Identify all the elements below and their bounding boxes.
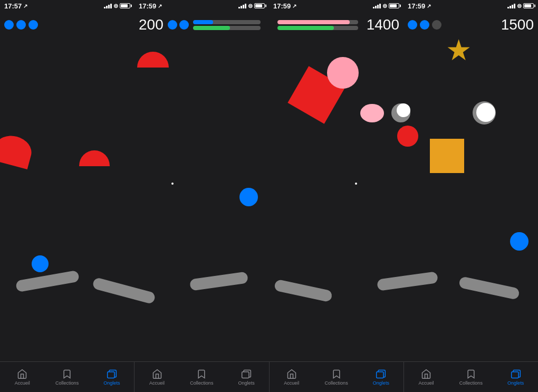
tab-label-accueil-2: Accueil <box>149 380 165 386</box>
tab-label-onglets-4: Onglets <box>507 380 524 386</box>
life-dot-4-1 <box>408 20 417 30</box>
tab-accueil-3[interactable]: Accueil <box>270 362 314 392</box>
progress-fill-3-1 <box>277 20 350 24</box>
house-icon-4 <box>421 369 431 379</box>
bookmark-icon-4 <box>466 369 476 379</box>
lives-4 <box>408 20 441 30</box>
life-dot-4-2 <box>420 20 429 30</box>
tab-label-collections-3: Collections <box>325 380 348 386</box>
yellow-square <box>430 139 464 173</box>
lives-2 <box>168 20 189 30</box>
wifi-2: ⊜ <box>248 3 253 9</box>
onglets-icon-2 <box>241 369 252 379</box>
tab-collections-4[interactable]: Collections <box>449 362 494 392</box>
status-icons-4: ⊜ <box>507 3 534 9</box>
red-semicircle-3 <box>79 150 110 166</box>
progress-track-2-2 <box>193 26 261 30</box>
star-shape: ★ <box>446 36 472 65</box>
tab-label-collections-1: Collections <box>55 380 79 386</box>
tab-onglets-3[interactable]: Onglets <box>359 362 404 392</box>
tab-label-accueil-3: Accueil <box>284 380 299 386</box>
panel-header-1 <box>0 12 134 38</box>
signal-4 <box>507 3 515 8</box>
bookmark-icon-1 <box>62 369 72 379</box>
time-4: 17:59 <box>408 2 425 10</box>
signal-3 <box>373 3 381 8</box>
progress-fill-3-2 <box>277 26 334 30</box>
panel-header-3: 1400 <box>269 12 404 38</box>
tab-collections-3[interactable]: Collections <box>314 362 359 392</box>
pink-circle <box>327 57 359 89</box>
score-3: 1400 <box>367 16 399 33</box>
flipper-4 <box>274 279 333 302</box>
tab-onglets-4[interactable]: Onglets <box>493 362 538 392</box>
signal-2 <box>238 3 246 8</box>
status-icons-2: ⊜ <box>238 3 265 9</box>
blue-circle-mid <box>239 188 258 206</box>
gps-icon-3: ↗ <box>292 3 296 9</box>
red-semicircle-1 <box>137 52 169 68</box>
tab-label-collections-4: Collections <box>459 380 483 386</box>
life-dot-2-2 <box>179 20 189 30</box>
tab-section-1: Accueil Collections Onglets <box>0 362 134 392</box>
progress-track-3-2 <box>277 26 358 30</box>
onglets-icon-4 <box>511 369 521 379</box>
tab-accueil-1[interactable]: Accueil <box>0 362 45 392</box>
tab-bar: Accueil Collections Onglets Accueil <box>0 361 538 392</box>
panel-header-2: 200 <box>134 12 269 38</box>
wifi-3: ⊜ <box>382 3 387 9</box>
tab-label-accueil-4: Accueil <box>419 380 434 386</box>
lives-1 <box>4 20 38 30</box>
tab-label-onglets-3: Onglets <box>373 380 389 386</box>
flipper-6 <box>458 276 520 300</box>
status-icons-1: ⊜ <box>104 3 130 9</box>
flipper-3 <box>189 271 248 291</box>
white-circle-2 <box>476 103 495 122</box>
red-semicircle-2 <box>0 132 35 169</box>
progress-track-2-1 <box>193 20 261 24</box>
red-circle <box>397 126 418 147</box>
battery-2 <box>254 3 265 8</box>
life-dot-2-1 <box>168 20 177 30</box>
time-1: 17:57 <box>4 2 22 10</box>
life-dot-4-3 <box>432 20 441 30</box>
svg-rect-0 <box>108 371 114 378</box>
tab-label-onglets-1: Onglets <box>103 380 120 386</box>
panel-divider-3 <box>404 0 405 361</box>
tab-accueil-4[interactable]: Accueil <box>404 362 449 392</box>
tab-collections-2[interactable]: Collections <box>179 362 224 392</box>
status-bar-4: 17:59 ↗ ⊜ <box>404 0 538 12</box>
flipper-5 <box>377 271 438 291</box>
tab-label-onglets-2: Onglets <box>238 380 255 386</box>
status-bar-3: 17:59 ↗ ⊜ <box>269 0 404 12</box>
gps-icon-2: ↗ <box>158 3 162 9</box>
status-bar-2: 17:59 ↗ ⊜ <box>134 0 269 12</box>
pixel-dot-2 <box>355 183 357 185</box>
tab-accueil-2[interactable]: Accueil <box>134 362 179 392</box>
tab-onglets-1[interactable]: Onglets <box>90 362 134 392</box>
tab-section-4: Accueil Collections Onglets <box>404 362 538 392</box>
wifi-4: ⊜ <box>517 3 522 9</box>
pixel-dot-1 <box>171 183 174 185</box>
battery-4 <box>523 3 534 8</box>
tab-label-accueil-1: Accueil <box>15 380 30 386</box>
battery-1 <box>120 3 130 8</box>
tab-section-3: Accueil Collections Onglets <box>270 362 404 392</box>
house-icon-2 <box>152 369 162 379</box>
tab-collections-1[interactable]: Collections <box>45 362 90 392</box>
svg-rect-1 <box>242 371 249 378</box>
tab-onglets-2[interactable]: Onglets <box>224 362 269 392</box>
bookmark-icon-2 <box>196 369 207 379</box>
tab-section-2: Accueil Collections Onglets <box>134 362 269 392</box>
bookmark-icon-3 <box>331 369 342 379</box>
score-4: 1500 <box>501 16 534 33</box>
onglets-icon-3 <box>376 369 386 379</box>
flipper-1 <box>15 270 80 293</box>
progress-2 <box>193 20 261 30</box>
house-icon-3 <box>286 369 297 379</box>
onglets-icon-1 <box>107 369 117 379</box>
life-dot-1-2 <box>16 20 26 30</box>
time-2: 17:59 <box>139 2 156 10</box>
blue-ball-flipper <box>32 255 49 272</box>
progress-3 <box>277 20 358 30</box>
